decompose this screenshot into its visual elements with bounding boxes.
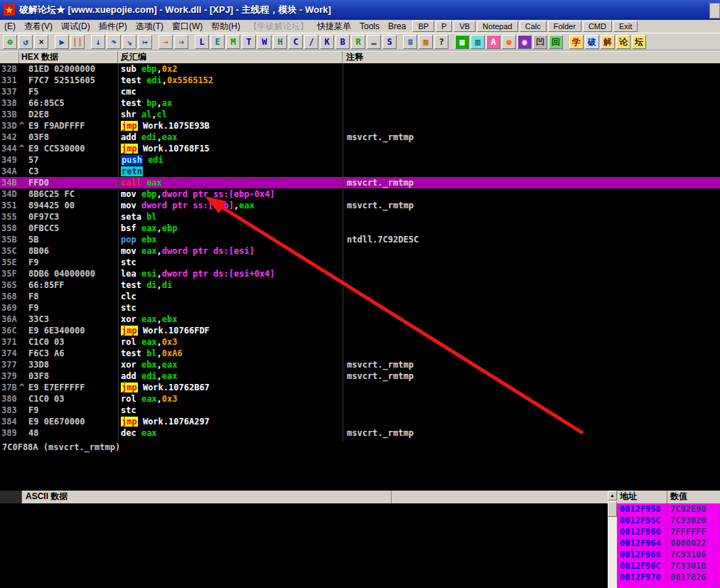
disasm-row[interactable]: 37903F8add edi,eaxmsvcrt._rmtmp <box>0 370 720 382</box>
stack-row[interactable]: 0012F9640000022 <box>617 538 720 549</box>
disasm-row[interactable]: 37733D8xor ebx,eaxmsvcrt._rmtmp <box>0 359 720 370</box>
windows-button[interactable]: W <box>257 35 272 49</box>
tan-button[interactable]: 坛 <box>632 35 646 49</box>
disasm-row[interactable]: 36566:85FFtest di,di <box>0 279 720 291</box>
disasm-row[interactable]: 383F9stc <box>0 405 720 416</box>
stack-panel[interactable]: 0012F9587C92E900012F95C7C930200012F9607F… <box>617 503 720 583</box>
disasm-row[interactable]: 3580FBCC5bsf eax,ebp <box>0 223 720 234</box>
stack-row[interactable]: 0012F9587C92E90 <box>617 503 720 515</box>
menu-item[interactable]: Tools <box>355 21 384 32</box>
trace-into-icon[interactable]: ↘ <box>122 35 136 49</box>
runtrace-button[interactable]: … <box>367 35 381 49</box>
menu-button-cmd[interactable]: CMD <box>583 21 612 32</box>
menu-button-bp[interactable]: BP <box>412 21 434 32</box>
plugin-cyan-icon[interactable]: ▥ <box>471 35 485 49</box>
appearance-icon[interactable]: ▦ <box>419 35 433 49</box>
menu-item[interactable]: 选项(T) <box>131 20 168 33</box>
disasm-row[interactable]: 3550F97C3seta bl <box>0 211 720 223</box>
menu-button-calc[interactable]: Calc <box>520 21 547 32</box>
breakpoints-button[interactable]: B <box>335 35 350 49</box>
stack-row[interactable]: 0012F95C7C93020 <box>617 515 720 526</box>
disasm-row[interactable]: 33866:85C5test bp,ax <box>0 97 720 109</box>
handles-button[interactable]: H <box>273 35 287 49</box>
close-icon[interactable]: × <box>34 35 48 49</box>
menu-item[interactable]: 查看(V) <box>20 20 57 33</box>
log-button[interactable]: L <box>195 35 209 49</box>
pause-icon[interactable]: || <box>70 35 85 49</box>
restart-icon[interactable]: ↺ <box>18 35 33 49</box>
patches-button[interactable]: / <box>304 35 318 49</box>
disasm-row[interactable]: 337F5cmc <box>0 86 720 97</box>
stack-row[interactable]: 0012F96C7C9301B <box>617 560 720 572</box>
until-return-icon[interactable]: → <box>158 35 173 49</box>
menu-item[interactable]: 插件(P) <box>95 20 131 33</box>
dump-scrollbar[interactable]: ▲ <box>608 491 617 588</box>
lun-button[interactable]: 论 <box>616 35 630 49</box>
help-icon[interactable]: ? <box>434 35 448 49</box>
disasm-row[interactable]: 35F8DB6 04000000lea esi,dword ptr ds:[es… <box>0 268 720 279</box>
scrollbar-thumb[interactable] <box>608 501 617 517</box>
menu-item[interactable]: Brea <box>384 21 410 32</box>
open-icon[interactable]: ⊕ <box>3 35 17 49</box>
memory-button[interactable]: M <box>226 35 240 49</box>
options-icon[interactable]: ≡ <box>403 35 417 49</box>
stack-row[interactable]: 0012F9687C93106 <box>617 549 720 560</box>
references-button[interactable]: R <box>351 35 365 49</box>
disasm-row[interactable]: 380C1C0 03rol eax,0x3 <box>0 393 720 405</box>
plugin-screen-icon[interactable]: 回 <box>549 35 563 49</box>
menu-item[interactable]: (E) <box>0 21 20 32</box>
disasm-row[interactable]: 32B81ED 02000000sub ebp,0x2 <box>0 63 720 75</box>
menu-item[interactable]: 快捷菜单 <box>313 20 355 33</box>
disasm-row[interactable]: 37B^E9 E7EFFFFFjmp Work.10762B67 <box>0 382 720 393</box>
disasm-row[interactable]: 34203F8add edi,eaxmsvcrt._rmtmp <box>0 132 720 143</box>
plugin-gray-icon[interactable]: 凹 <box>533 35 547 49</box>
source-button[interactable]: S <box>382 35 397 49</box>
disassembly-panel[interactable]: 32B81ED 02000000sub ebp,0x2331F7C7 52515… <box>0 63 720 442</box>
menu-item[interactable]: 窗口(W) <box>168 20 207 33</box>
plugin-green-grid-icon[interactable]: ▦ <box>455 35 469 49</box>
stack-row[interactable]: 0012F9607FFFFFF <box>617 526 720 538</box>
disasm-row[interactable]: 331F7C7 52515605test edi,0x5565152 <box>0 75 720 86</box>
disasm-row[interactable]: 384E9 0E670000jmp Work.1076A297 <box>0 416 720 427</box>
scroll-up-icon[interactable]: ▲ <box>608 491 617 501</box>
callstack-button[interactable]: K <box>320 35 334 49</box>
disasm-row[interactable]: 368F8clc <box>0 291 720 302</box>
xue-button[interactable]: 学 <box>569 35 584 49</box>
disasm-row[interactable]: 369F9stc <box>0 302 720 314</box>
disasm-row[interactable]: 36A33C3xor eax,ebx <box>0 314 720 325</box>
step-into-icon[interactable]: ↓ <box>91 35 105 49</box>
po-button[interactable]: 破 <box>585 35 599 49</box>
disasm-row[interactable]: 351894425 00mov dword ptr ss:[ebp],eaxms… <box>0 200 720 211</box>
dump-panel[interactable] <box>0 503 608 588</box>
menu-item[interactable]: 【学破解论坛】 <box>245 20 313 33</box>
run-icon[interactable]: ▶ <box>55 35 69 49</box>
executables-button[interactable]: E <box>210 35 225 49</box>
menu-button-p[interactable]: P <box>436 21 452 32</box>
disasm-row[interactable]: 35C8B06mov eax,dword ptr ds:[esi] <box>0 245 720 257</box>
disasm-row[interactable]: 371C1C0 03rol eax,0x3 <box>0 336 720 348</box>
disasm-row[interactable]: 34957push edi <box>0 154 720 166</box>
step-over-icon[interactable]: ↷ <box>107 35 121 49</box>
disasm-row[interactable]: 33D^E9 F9ADFFFFjmp Work.1075E93B <box>0 120 720 132</box>
plugin-pink-a-icon[interactable]: A <box>486 35 500 49</box>
jie-button[interactable]: 解 <box>601 35 615 49</box>
disasm-row[interactable]: 35EF9stc <box>0 257 720 268</box>
disasm-row[interactable]: 344^E9 CC530000jmp Work.10768F15 <box>0 143 720 154</box>
disasm-row[interactable]: 34AC3retn <box>0 166 720 177</box>
disasm-row[interactable]: 38948dec eaxmsvcrt._rmtmp <box>0 427 720 439</box>
goto-icon[interactable]: ⇒ <box>174 35 188 49</box>
menu-button-folder[interactable]: Folder <box>548 21 581 32</box>
menu-item[interactable]: 帮助(H) <box>207 20 245 33</box>
disasm-row[interactable]: 36CE9 6E340000jmp Work.10766FDF <box>0 325 720 336</box>
disasm-row[interactable]: 35B5Bpop ebxntdll.7C92DE5C <box>0 234 720 245</box>
plugin-purple-icon[interactable]: ◉ <box>517 35 532 49</box>
disasm-row[interactable]: 33BD2E8shr al,cl <box>0 109 720 120</box>
disasm-row[interactable]: 34D8B6C25 FCmov ebp,dword ptr ss:[ebp-0x… <box>0 188 720 200</box>
cpu-button[interactable]: C <box>289 35 303 49</box>
disasm-row[interactable]: 374F6C3 A6test bl,0xA6 <box>0 348 720 359</box>
stack-row[interactable]: 0012F9700017826 <box>617 572 720 583</box>
menu-button-exit[interactable]: Exit <box>613 21 638 32</box>
menu-item[interactable]: 调试(D) <box>57 20 95 33</box>
titlebar-system-button[interactable] <box>709 3 720 18</box>
menu-button-vb[interactable]: VB <box>453 21 475 32</box>
